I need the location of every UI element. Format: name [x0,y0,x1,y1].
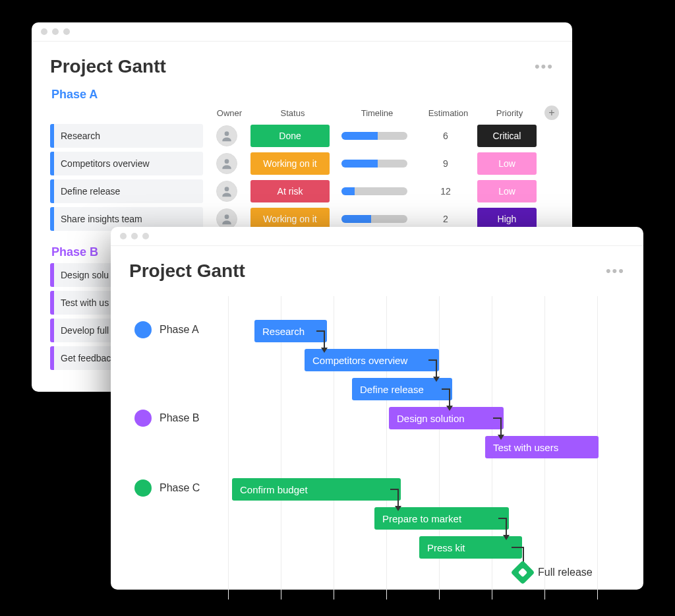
avatar-icon [216,125,237,146]
gantt-lane-phase-b: Phase B [134,410,199,427]
gantt-bar-design-solution[interactable]: Design solution [389,407,504,429]
phase-label: Phase B [160,412,199,424]
col-owner: Owner [211,108,248,118]
status-cell[interactable]: At risk [250,180,330,202]
svg-point-0 [225,131,229,136]
task-cell[interactable]: Research [50,124,203,148]
svg-point-3 [225,214,229,219]
estimation-cell[interactable]: 9 [419,152,472,175]
add-column-button[interactable]: + [544,106,559,120]
traffic-light-dot [52,28,59,35]
timeline-cell[interactable] [335,180,414,202]
traffic-light-dot [41,28,47,35]
phase-dot-icon [134,479,152,497]
table-row[interactable]: Define releaseAt risk12Low [50,179,554,203]
traffic-light-dot [142,233,149,239]
priority-cell[interactable]: Critical [477,125,537,147]
table-row[interactable]: Competitors overviewWorking on it9Low [50,152,554,175]
col-timeline: Timeline [338,108,417,118]
gantt-bar-research[interactable]: Research [254,320,327,342]
gantt-lane-phase-a: Phase A [134,321,199,338]
traffic-light-dot [131,233,138,239]
more-menu-icon[interactable]: ••• [535,58,554,75]
gantt-bar-confirm-budget[interactable]: Confirm budget [232,478,401,501]
diamond-icon [511,561,535,585]
svg-point-2 [225,187,229,191]
priority-cell[interactable]: Low [477,180,537,202]
task-cell[interactable]: Competitors overview [50,152,203,175]
gantt-bar-test-users[interactable]: Test with users [485,436,599,458]
gantt-chart: Phase A Phase B Phase C Research Competi… [129,296,625,600]
avatar-icon [216,153,237,174]
phase-label: Phase C [160,482,200,494]
priority-cell[interactable]: Low [477,152,537,175]
svg-point-1 [225,159,229,164]
status-cell[interactable]: Working on it [250,152,330,175]
gantt-bar-define-release[interactable]: Define release [352,378,452,400]
timeline-cell[interactable] [335,152,414,175]
estimation-cell[interactable]: 6 [419,125,472,147]
window-title-bar [32,22,572,42]
task-cell[interactable]: Define release [50,179,203,203]
col-status: Status [253,108,332,118]
more-menu-icon[interactable]: ••• [606,262,625,280]
gantt-bar-competitors[interactable]: Competitors overview [305,349,439,371]
col-estimation: Estimation [422,108,475,118]
gantt-milestone-full-release[interactable]: Full release [514,564,593,581]
owner-cell[interactable] [208,125,245,146]
traffic-light-dot [120,233,127,239]
owner-cell[interactable] [208,181,245,202]
traffic-light-dot [63,28,70,35]
milestone-label: Full release [538,567,593,578]
avatar-icon [216,181,237,202]
window-title-bar [111,227,643,246]
estimation-cell[interactable]: 12 [419,180,472,202]
window-gantt-view: Project Gantt ••• Phase A [111,227,643,590]
phase-dot-icon [134,321,152,338]
phase-a-heading: Phase A [51,88,554,102]
col-priority: Priority [480,108,539,118]
status-cell[interactable]: Done [250,125,330,147]
column-headers: . Owner Status Timeline Estimation Prior… [50,106,554,124]
gantt-bar-press-kit[interactable]: Press kit [419,536,522,559]
owner-cell[interactable] [208,153,245,174]
page-title: Project Gantt [129,261,245,282]
phase-dot-icon [134,410,152,427]
gantt-lane-phase-c: Phase C [134,479,200,497]
page-title: Project Gantt [50,56,166,77]
table-row[interactable]: ResearchDone6Critical [50,124,554,148]
phase-label: Phase A [160,324,199,336]
gantt-bar-prepare-market[interactable]: Prepare to market [374,507,509,530]
timeline-cell[interactable] [335,125,414,147]
